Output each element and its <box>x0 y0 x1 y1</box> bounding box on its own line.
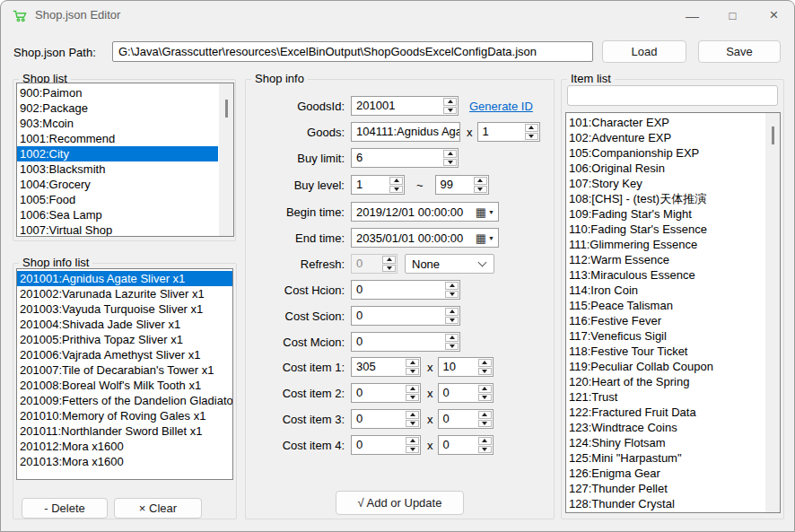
buy-level-min-spinner[interactable]: 1 <box>351 175 405 195</box>
cost-item-qty-spinner[interactable]: 10 <box>438 357 494 377</box>
list-item[interactable]: 120:Heart of the Spring <box>566 374 764 389</box>
list-item[interactable]: 201007:Tile of Decarabian's Tower x1 <box>17 362 232 378</box>
chevron-down-icon[interactable] <box>478 258 487 267</box>
spin-down-icon[interactable] <box>445 291 459 299</box>
goods-qty-spinner[interactable]: 1 <box>477 122 540 142</box>
spin-up-icon[interactable] <box>445 308 459 316</box>
list-item[interactable]: 112:Warm Essence <box>566 252 764 267</box>
list-item[interactable]: 201010:Memory of Roving Gales x1 <box>17 408 232 423</box>
list-item[interactable]: 201011:Northlander Sword Billet x1 <box>17 423 232 439</box>
list-item[interactable]: 109:Fading Star's Might <box>566 206 764 222</box>
list-item[interactable]: 127:Thunder Pellet <box>566 481 764 496</box>
spin-down-icon[interactable] <box>478 420 492 428</box>
cost-item-id-spinner[interactable]: 305 <box>351 357 421 377</box>
spin-up-icon[interactable] <box>389 177 403 185</box>
list-item[interactable]: 117:Veneficus Sigil <box>566 328 764 344</box>
minimize-icon[interactable]: — <box>672 1 712 30</box>
refresh-mode-combobox[interactable]: None <box>405 254 494 274</box>
scrollbar-thumb[interactable] <box>225 100 228 118</box>
load-button[interactable]: Load <box>602 40 686 63</box>
cost-scion-value[interactable]: 0 <box>352 307 444 325</box>
generate-id-link[interactable]: Generate ID <box>469 100 533 113</box>
goods-qty-value[interactable]: 1 <box>478 123 524 141</box>
list-item[interactable]: 201002:Varunada Lazurite Sliver x1 <box>17 286 232 301</box>
list-item[interactable]: 1006:Sea Lamp <box>17 207 218 222</box>
cost-item-id-value[interactable]: 0 <box>352 384 405 402</box>
buy-level-max-value[interactable]: 99 <box>436 176 473 194</box>
list-item[interactable]: 111:Glimmering Essence <box>566 237 764 252</box>
spin-down-icon[interactable] <box>478 394 492 402</box>
item-listbox[interactable]: 101:Character EXP102:Adventure EXP105:Co… <box>565 112 781 513</box>
shop-listbox[interactable]: 900:Paimon902:Package903:Mcoin1001:Recom… <box>16 83 234 237</box>
list-item[interactable]: 116:Festive Fever <box>566 313 764 328</box>
list-item[interactable]: 119:Peculiar Collab Coupon <box>566 359 764 374</box>
list-item[interactable]: 101:Character EXP <box>566 115 764 130</box>
cost-item-qty-value[interactable]: 10 <box>439 358 477 376</box>
delete-button[interactable]: - Delete <box>22 498 108 519</box>
cost-scion-spinner[interactable]: 0 <box>351 306 460 326</box>
close-icon[interactable]: × <box>753 1 795 30</box>
spin-up-icon[interactable] <box>478 385 492 393</box>
add-or-update-button[interactable]: √ Add or Update <box>336 491 464 515</box>
list-item[interactable]: 201005:Prithiva Topaz Sliver x1 <box>17 332 232 347</box>
cost-item-qty-spinner[interactable]: 0 <box>438 435 494 455</box>
shop-info-listbox[interactable]: 201001:Agnidus Agate Sliver x1201002:Var… <box>16 268 233 480</box>
spin-down-icon[interactable] <box>406 420 419 428</box>
list-item[interactable]: 124:Shiny Flotsam <box>566 435 764 450</box>
list-item[interactable]: 107:Story Key <box>566 176 764 191</box>
cost-item-id-value[interactable]: 0 <box>352 436 405 454</box>
spin-up-icon[interactable] <box>406 411 419 419</box>
end-time-picker[interactable]: 2035/01/01 00:00:00 ▦ ▼ <box>351 228 499 248</box>
cost-item-id-spinner[interactable]: 0 <box>351 435 421 455</box>
save-button[interactable]: Save <box>698 40 781 63</box>
list-item[interactable]: 1005:Food <box>17 192 218 207</box>
maximize-icon[interactable]: □ <box>712 1 753 30</box>
spin-down-icon[interactable] <box>389 186 403 194</box>
cost-hcion-value[interactable]: 0 <box>352 281 444 299</box>
spin-down-icon[interactable] <box>406 446 419 454</box>
spin-up-icon[interactable] <box>406 385 419 393</box>
list-item[interactable]: 201006:Vajrada Amethyst Sliver x1 <box>17 347 232 362</box>
list-item[interactable]: 1001:Recommend <box>17 131 218 146</box>
list-item[interactable]: 201008:Boreal Wolf's Milk Tooth x1 <box>17 378 232 393</box>
list-item[interactable]: 201001:Agnidus Agate Sliver x1 <box>17 271 232 286</box>
list-item[interactable]: 902:Package <box>17 100 218 116</box>
spin-down-icon[interactable] <box>443 159 457 167</box>
scrollbar-thumb[interactable] <box>772 126 774 144</box>
list-item[interactable]: 122:Fractured Fruit Data <box>566 405 764 420</box>
list-item[interactable]: 1007:Virtual Shop <box>17 222 218 237</box>
cost-item-id-spinner[interactable]: 0 <box>351 409 421 429</box>
spin-up-icon[interactable] <box>406 437 419 445</box>
list-item[interactable]: 118:Festive Tour Ticket <box>566 344 764 359</box>
list-item[interactable]: 1003:Blacksmith <box>17 161 218 177</box>
list-item[interactable]: 121:Trust <box>566 389 764 405</box>
cost-item-id-value[interactable]: 305 <box>352 358 405 376</box>
spin-up-icon[interactable] <box>478 437 492 445</box>
cost-item-qty-value[interactable]: 0 <box>439 384 477 402</box>
list-item[interactable]: 900:Paimon <box>17 85 218 100</box>
spin-down-icon[interactable] <box>445 343 459 351</box>
list-item[interactable]: 113:Miraculous Essence <box>566 267 764 283</box>
cost-hcion-spinner[interactable]: 0 <box>351 280 460 300</box>
list-item[interactable]: 123:Windtrace Coins <box>566 420 764 435</box>
spin-up-icon[interactable] <box>478 359 492 367</box>
spin-up-icon[interactable] <box>443 98 457 106</box>
list-item[interactable]: 1004:Grocery <box>17 177 218 192</box>
list-item[interactable]: 201012:Mora x1600 <box>17 439 232 454</box>
list-item[interactable]: 201009:Fetters of the Dandelion Gladiato <box>17 393 232 408</box>
list-item[interactable]: 1002:City <box>17 146 218 161</box>
spin-down-icon[interactable] <box>443 107 457 115</box>
spin-down-icon[interactable] <box>406 394 419 402</box>
begin-time-picker[interactable]: 2019/12/01 00:00:00 ▦ ▼ <box>351 202 499 222</box>
buy-level-max-spinner[interactable]: 99 <box>435 175 489 195</box>
clear-button[interactable]: × Clear <box>114 498 202 519</box>
spin-up-icon[interactable] <box>474 177 487 185</box>
goods-value[interactable]: 104111:Agnidus Agate S <box>352 123 459 141</box>
spin-down-icon[interactable] <box>445 317 459 325</box>
scrollbar-track[interactable] <box>219 83 233 236</box>
cost-item-id-value[interactable]: 0 <box>352 410 405 428</box>
cost-item-qty-spinner[interactable]: 0 <box>438 409 494 429</box>
begin-time-value[interactable]: 2019/12/01 00:00:00 <box>356 205 476 219</box>
list-item[interactable]: 105:Companionship EXP <box>566 145 764 161</box>
list-item[interactable]: 125:Mini "Harpastum" <box>566 450 764 466</box>
